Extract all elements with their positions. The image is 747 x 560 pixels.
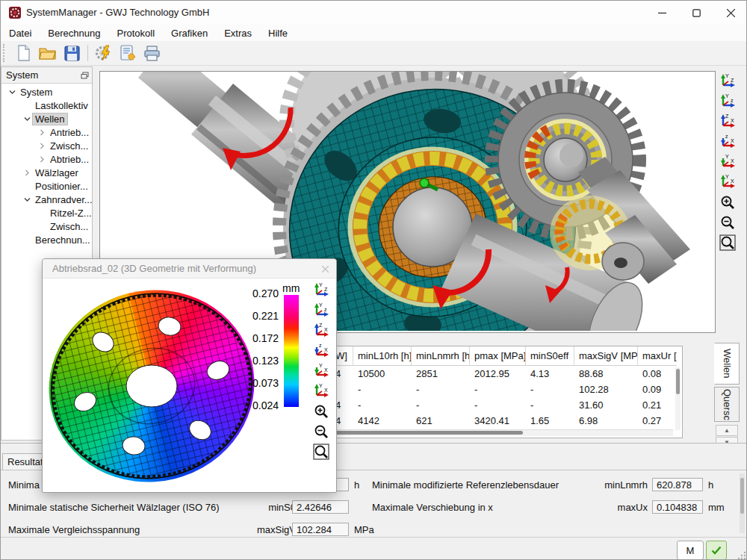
result-value-field[interactable]: 0.104838 bbox=[652, 500, 703, 514]
result-value-field[interactable]: 102.284 bbox=[292, 523, 349, 536]
print-button[interactable] bbox=[141, 43, 162, 63]
hscroll-thumb[interactable] bbox=[332, 431, 523, 435]
tree-item-zwisch[interactable]: Zwisch... bbox=[1, 220, 92, 233]
col-header[interactable]: minLnmrh [h] bbox=[412, 346, 470, 366]
tree-item-system[interactable]: System bbox=[1, 85, 92, 99]
col-header[interactable]: pmax [MPa] bbox=[470, 346, 526, 366]
table-horizontal-scrollbar[interactable] bbox=[329, 429, 673, 436]
tree-spacer bbox=[21, 99, 33, 111]
view-zy-button[interactable]: Yz bbox=[716, 93, 739, 111]
tree-spacer bbox=[21, 180, 33, 192]
maximize-icon bbox=[692, 9, 701, 17]
calculation-ok-button[interactable] bbox=[706, 541, 727, 560]
chevron-right-icon[interactable] bbox=[36, 153, 48, 165]
close-button[interactable] bbox=[713, 1, 747, 25]
tree-item-zahnradver[interactable]: Zahnradver... bbox=[1, 193, 92, 206]
table-row[interactable]: ----102.280.09 bbox=[328, 382, 682, 397]
float-panel-icon[interactable] bbox=[81, 72, 89, 79]
maximize-button[interactable] bbox=[679, 1, 713, 25]
result-value-field[interactable]: 2.42646 bbox=[292, 500, 349, 514]
view-yz-button[interactable]: YZ bbox=[310, 281, 332, 299]
result-unit: mm bbox=[708, 499, 725, 517]
table-vertical-scrollbar[interactable] bbox=[675, 367, 681, 430]
open-file-button[interactable] bbox=[37, 43, 58, 63]
menu-grafiken[interactable]: Grafiken bbox=[163, 26, 216, 40]
new-document-button[interactable] bbox=[13, 43, 34, 63]
table-row[interactable]: 41050028512012.954.1388.680.08 bbox=[328, 366, 682, 382]
menu-protokoll[interactable]: Protokoll bbox=[108, 26, 163, 40]
zoom-in-button[interactable] bbox=[716, 193, 739, 211]
tree-item-zwisch[interactable]: Zwisch... bbox=[1, 139, 92, 152]
col-header[interactable]: minS0eff bbox=[526, 346, 574, 366]
menu-hilfe[interactable]: Hilfe bbox=[260, 26, 296, 40]
result-row: Minimale statische Sicherheit Wälzlager … bbox=[8, 499, 367, 517]
view-xy-button[interactable]: YX bbox=[716, 153, 739, 171]
panel-scroll-thumb[interactable] bbox=[740, 478, 744, 514]
tree-item-ritzelz[interactable]: Ritzel-Z... bbox=[1, 206, 92, 220]
run-calculation-button[interactable] bbox=[93, 43, 114, 63]
tab-scroll-up-button[interactable]: ▲ bbox=[716, 425, 738, 436]
view-xz-button[interactable]: zX bbox=[310, 342, 332, 360]
chevron-right-icon[interactable] bbox=[36, 140, 48, 152]
view-yz-button[interactable]: YZ bbox=[716, 72, 739, 90]
col-header[interactable]: minL10rh [h] bbox=[353, 346, 412, 366]
toolbar-grip[interactable] bbox=[3, 44, 9, 62]
view-yx-button[interactable]: YX bbox=[716, 173, 739, 191]
tree-item-label: Ritzel-Z... bbox=[48, 208, 94, 219]
view-yx-icon: YX bbox=[313, 383, 329, 399]
panel-scrollbar[interactable] bbox=[740, 473, 745, 533]
deformation-window[interactable]: Abtriebsrad_02 (3D Geometrie mit Verform… bbox=[42, 258, 337, 493]
tree-item-antrieb[interactable]: Antrieb... bbox=[1, 125, 92, 139]
chevron-down-icon[interactable] bbox=[21, 113, 33, 125]
tree-item-positionier[interactable]: Positionier... bbox=[1, 179, 92, 193]
tab-wellen[interactable]: Wellen bbox=[714, 343, 740, 385]
col-header[interactable]: maxSigV [MPa] bbox=[574, 346, 638, 366]
save-file-button[interactable] bbox=[61, 43, 82, 63]
scale-tick: 0.123 bbox=[235, 355, 279, 367]
zoom-fit-button[interactable] bbox=[310, 443, 332, 461]
table-row[interactable]: 441426213420.411.656.980.27 bbox=[328, 413, 682, 429]
tab-querschnitte[interactable]: Quersc bbox=[714, 387, 740, 422]
col-header[interactable]: maxUr [mm] bbox=[638, 346, 677, 366]
chevron-down-icon[interactable] bbox=[6, 86, 18, 98]
view-xy-button[interactable]: YX bbox=[310, 362, 332, 380]
zoom-in-button[interactable] bbox=[310, 402, 332, 420]
menu-datei[interactable]: Datei bbox=[1, 26, 40, 40]
view-zx-button[interactable]: ZX bbox=[310, 322, 332, 340]
tree-item-wlzlager[interactable]: Wälzlager bbox=[1, 166, 92, 179]
report-options-button[interactable] bbox=[117, 43, 138, 63]
float-close-button[interactable] bbox=[317, 261, 333, 276]
zoom-out-button[interactable] bbox=[310, 423, 332, 441]
table-cell: 4.13 bbox=[526, 366, 574, 382]
deformation-window-titlebar[interactable]: Abtriebsrad_02 (3D Geometrie mit Verform… bbox=[43, 259, 336, 279]
deformed-gear-plot[interactable] bbox=[49, 290, 255, 482]
scale-unit-label: mm bbox=[282, 282, 300, 294]
tree-item-lastkollektiv[interactable]: Lastkollektiv bbox=[1, 99, 92, 112]
chevron-right-icon[interactable] bbox=[21, 167, 33, 178]
tree-item-abtrieb[interactable]: Abtrieb... bbox=[1, 152, 92, 166]
table-cell: 31.60 bbox=[574, 397, 638, 413]
minimize-button[interactable] bbox=[645, 1, 679, 25]
title-bar: SystemManager - GWJ Technology GmbH bbox=[1, 1, 747, 25]
tree-item-wellen[interactable]: Wellen bbox=[1, 112, 92, 125]
view-yx-button[interactable]: YX bbox=[310, 382, 332, 400]
table-row[interactable]: 4----31.600.21 bbox=[328, 397, 682, 413]
view-zy-button[interactable]: Yz bbox=[310, 302, 332, 320]
view-xz-button[interactable]: zX bbox=[716, 133, 739, 151]
menu-bar: Datei Berechnung Protokoll Grafiken Extr… bbox=[1, 25, 747, 41]
units-m-button[interactable]: M bbox=[677, 541, 704, 560]
table-cell: 10500 bbox=[353, 366, 412, 382]
table-cell: 0.09 bbox=[638, 382, 677, 397]
vscroll-thumb[interactable] bbox=[676, 369, 680, 394]
resize-grip[interactable] bbox=[737, 551, 746, 560]
tree-item-berechnun[interactable]: Berechnun... bbox=[1, 233, 92, 246]
view-zx-button[interactable]: ZX bbox=[716, 113, 739, 131]
chevron-right-icon[interactable] bbox=[36, 126, 48, 138]
chevron-down-icon[interactable] bbox=[21, 193, 33, 205]
zoom-fit-button[interactable] bbox=[716, 234, 739, 252]
result-value-field[interactable]: 620.878 bbox=[652, 478, 703, 491]
menu-berechnung[interactable]: Berechnung bbox=[40, 26, 108, 40]
zoom-out-button[interactable] bbox=[716, 214, 739, 231]
view-toolbar-main: YZYzZXzXYXYX bbox=[716, 72, 742, 254]
menu-extras[interactable]: Extras bbox=[216, 26, 260, 40]
